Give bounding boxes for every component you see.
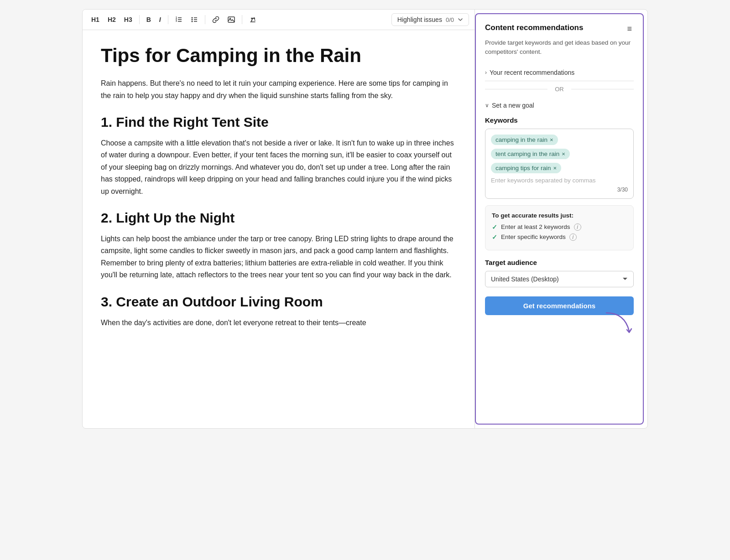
h3-button[interactable]: H3	[121, 14, 136, 25]
get-recommendations-area: Get recommendations	[485, 296, 634, 315]
or-divider: OR	[485, 81, 634, 97]
accurate-item-1: ✓ Enter at least 2 keywords i	[492, 223, 627, 231]
clear-format-button[interactable]	[246, 14, 260, 25]
app-container: H1 H2 H3 B I 1 2 3	[82, 9, 648, 429]
sidebar-header: Content recommendations ≡	[485, 23, 634, 35]
accurate-item-2: ✓ Enter specific keywords i	[492, 233, 627, 241]
keyword-tag-1-label: camping in the rain	[495, 136, 548, 143]
check-icon-2: ✓	[492, 233, 497, 241]
section2-heading: 2. Light Up the Night	[101, 210, 456, 226]
h1-button[interactable]: H1	[88, 14, 103, 25]
ordered-list-button[interactable]: 1 2 3	[172, 14, 186, 25]
recent-recommendations-label: Your recent recommendations	[490, 69, 574, 76]
section3-body: When the day's activities are done, don'…	[101, 317, 456, 329]
accurate-results-title: To get accurate results just:	[492, 212, 627, 219]
keyword-placeholder: Enter keywords separated by commas	[491, 177, 628, 184]
h2-button[interactable]: H2	[104, 14, 119, 25]
separator-1	[139, 15, 140, 24]
set-goal-row[interactable]: ∨ Set a new goal	[485, 97, 634, 116]
sidebar-title: Content recommendations	[485, 23, 583, 32]
target-audience-section: Target audience United States (Desktop) …	[485, 259, 634, 287]
hamburger-icon[interactable]: ≡	[625, 23, 634, 35]
check-icon-1: ✓	[492, 223, 497, 231]
article-title: Tips for Camping in the Rain	[101, 45, 456, 67]
audience-select[interactable]: United States (Desktop) United States (M…	[485, 271, 634, 287]
keyword-tag-1: camping in the rain ×	[491, 135, 558, 145]
toolbar: H1 H2 H3 B I 1 2 3	[83, 10, 474, 30]
keyword-tag-1-remove[interactable]: ×	[550, 137, 553, 143]
section1-body: Choose a campsite with a little elevatio…	[101, 137, 456, 197]
highlight-issues-button[interactable]: Highlight issues 0/0	[391, 13, 469, 26]
sidebar-description: Provide target keywords and get ideas ba…	[485, 38, 634, 57]
separator-4	[242, 15, 242, 24]
sidebar-inner: Content recommendations ≡ Provide target…	[476, 14, 643, 424]
keyword-tag-3-remove[interactable]: ×	[553, 165, 557, 171]
info-icon-2[interactable]: i	[569, 233, 577, 241]
editor-content: Tips for Camping in the Rain Rain happen…	[83, 30, 474, 428]
link-button[interactable]	[209, 14, 223, 25]
section3-heading: 3. Create an Outdoor Living Room	[101, 294, 456, 310]
unordered-list-button[interactable]	[188, 14, 201, 25]
recent-recommendations-row[interactable]: › Your recent recommendations	[485, 64, 634, 81]
highlight-issues-label: Highlight issues	[397, 16, 442, 23]
separator-3	[205, 15, 205, 24]
chevron-down-icon: ∨	[485, 102, 489, 109]
separator-2	[168, 15, 168, 24]
accurate-results-box: To get accurate results just: ✓ Enter at…	[485, 205, 634, 250]
chevron-down-icon	[458, 17, 463, 22]
svg-text:3: 3	[176, 20, 177, 22]
keyword-tags: camping in the rain × tent camping in th…	[491, 135, 628, 173]
svg-point-7	[191, 19, 193, 21]
keywords-box[interactable]: camping in the rain × tent camping in th…	[485, 129, 634, 199]
svg-point-8	[191, 21, 193, 22]
keyword-tag-2-remove[interactable]: ×	[562, 151, 565, 157]
target-audience-title: Target audience	[485, 259, 634, 266]
keywords-section-title: Keywords	[485, 116, 634, 124]
bold-button[interactable]: B	[143, 14, 154, 25]
chevron-right-icon: ›	[485, 69, 487, 76]
keyword-tag-2-label: tent camping in the rain	[495, 150, 559, 157]
section2-body: Lights can help boost the ambiance under…	[101, 233, 456, 281]
italic-button[interactable]: I	[156, 14, 164, 25]
keyword-tag-3-label: camping tips for rain	[495, 165, 551, 171]
keyword-count: 3/30	[491, 187, 628, 193]
accurate-item-1-label: Enter at least 2 keywords	[501, 223, 570, 230]
sidebar-panel: Content recommendations ≡ Provide target…	[475, 13, 644, 425]
keyword-tag-2: tent camping in the rain ×	[491, 149, 570, 159]
svg-point-6	[191, 17, 193, 19]
article-intro: Rain happens. But there's no need to let…	[101, 78, 456, 102]
set-goal-label: Set a new goal	[492, 102, 534, 109]
editor-panel: H1 H2 H3 B I 1 2 3	[83, 10, 475, 428]
keyword-tag-3: camping tips for rain ×	[491, 163, 561, 173]
highlight-count: 0/0	[446, 16, 454, 23]
accurate-item-2-label: Enter specific keywords	[501, 233, 566, 240]
curved-arrow-annotation	[602, 311, 638, 338]
image-button[interactable]	[224, 14, 238, 25]
info-icon-1[interactable]: i	[574, 223, 581, 231]
section1-heading: 1. Find the Right Tent Site	[101, 114, 456, 130]
